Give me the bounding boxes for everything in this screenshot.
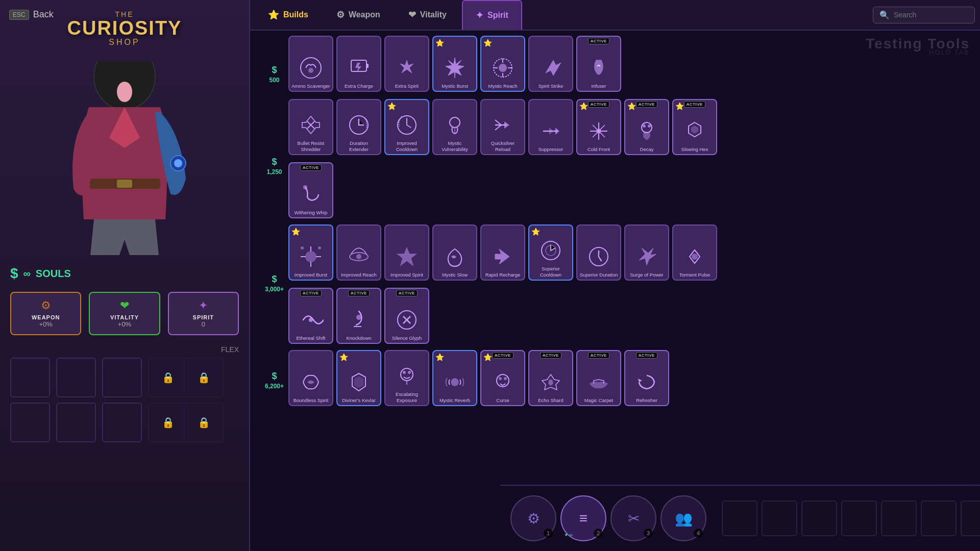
tab-vitality[interactable]: ❤ Vitality <box>396 0 459 30</box>
extra-charge-label: Extra Charge <box>345 83 373 89</box>
tier-6200-row: Boundless Spirit ⭐ Diviner's Kevlar Esca… <box>288 350 970 406</box>
item-torment-pulse[interactable]: Torment Pulse <box>672 224 717 281</box>
item-diviners-kevlar[interactable]: ⭐ Diviner's Kevlar <box>336 350 381 406</box>
item-infuser[interactable]: ACTIVE Infuser <box>576 36 621 92</box>
item-slot-5[interactable] <box>56 403 96 442</box>
back-button[interactable]: ESC Back <box>9 9 54 20</box>
item-knockdown[interactable]: ACTIVE Knockdown <box>336 288 381 344</box>
item-improved-burst[interactable]: ⭐ Improved Burst <box>288 224 333 281</box>
item-boundless-spirit[interactable]: Boundless Spirit <box>288 350 333 406</box>
superior-duration-label: Superior Duration <box>580 272 618 278</box>
item-rapid-recharge[interactable]: Rapid Recharge <box>480 224 525 281</box>
right-slot-2[interactable] <box>762 500 797 536</box>
main-panel: ⭐ Builds ⚙ Weapon ❤ Vitality ✦ Spirit 🔍 … <box>250 0 980 551</box>
item-improved-reach[interactable]: Improved Reach <box>336 224 381 281</box>
ethereal-shift-active-badge: ACTIVE <box>300 290 322 296</box>
item-superior-duration[interactable]: Superior Duration <box>576 224 621 281</box>
build-slot-3-icon: ✂ <box>628 510 640 527</box>
builds-tab-icon: ⭐ <box>268 9 279 20</box>
improved-cooldown-star: ⭐ <box>387 102 396 110</box>
build-slot-2[interactable]: ≡ 2 ✦ ∞ <box>560 495 606 541</box>
tier-6200-label: $ 6,200+ <box>260 344 288 416</box>
item-slot-2[interactable] <box>56 358 96 397</box>
build-slot-1[interactable]: ⚙ 1 <box>510 495 556 541</box>
item-suppressor[interactable]: Suppressor <box>528 99 573 155</box>
svg-point-9 <box>308 68 313 73</box>
spirit-stat-box[interactable]: ✦ SPIRIT 0 <box>168 292 239 335</box>
svg-point-12 <box>499 64 507 72</box>
cold-front-icon-area <box>584 117 613 145</box>
escalating-exposure-icon-area <box>393 362 421 390</box>
right-slot-5[interactable] <box>881 500 917 536</box>
search-input[interactable] <box>894 11 980 19</box>
suppressor-label: Suppressor <box>538 146 564 152</box>
item-duration-extender[interactable]: Duration Extender <box>336 99 381 155</box>
build-slot-1-icon: ⚙ <box>527 510 540 527</box>
item-decay[interactable]: ⭐ ACTIVE Decay <box>624 99 669 155</box>
item-slot-1[interactable] <box>10 358 50 397</box>
item-superior-cooldown[interactable]: ⭐ Superior Cooldown <box>528 224 573 281</box>
tier-500-label: $ 500 <box>260 38 288 110</box>
item-improved-spirit[interactable]: Improved Spirit <box>384 224 429 281</box>
item-slot-3[interactable] <box>102 358 142 397</box>
item-slot-6[interactable] <box>102 403 142 442</box>
item-magic-carpet[interactable]: ACTIVE Magic Carpet <box>576 350 621 406</box>
item-extra-spirit[interactable]: Extra Spirit <box>384 36 429 92</box>
torment-pulse-icon-area <box>680 242 709 271</box>
search-box[interactable]: 🔍 ✕ <box>873 7 975 23</box>
build-slot-3[interactable]: ✂ 3 <box>610 495 656 541</box>
right-slot-3[interactable] <box>801 500 837 536</box>
right-slot-6[interactable] <box>921 500 957 536</box>
knockdown-label: Knockdown <box>346 335 371 341</box>
item-curse[interactable]: ⭐ ACTIVE Curse <box>480 350 525 406</box>
build-slot-4[interactable]: 👥 4 <box>660 495 706 541</box>
weapon-tab-label: Weapon <box>349 10 380 19</box>
item-mystic-reach[interactable]: ⭐ Mystic Reach <box>480 36 525 92</box>
refresher-active-badge: ACTIVE <box>636 352 657 359</box>
back-label: Back <box>33 9 54 20</box>
svg-point-16 <box>450 117 460 128</box>
vitality-tab-icon: ❤ <box>408 9 416 20</box>
shop-shop-text: SHOP <box>67 38 182 47</box>
item-silence-glyph[interactable]: ACTIVE Silence Glyph <box>384 288 429 344</box>
item-extra-charge[interactable]: Extra Charge <box>336 36 381 92</box>
item-mystic-burst[interactable]: ⭐ Mystic Burst <box>432 36 477 92</box>
tab-spirit[interactable]: ✦ Spirit <box>462 0 522 30</box>
right-slot-4[interactable] <box>841 500 877 536</box>
svg-point-41 <box>504 377 507 380</box>
tab-weapon[interactable]: ⚙ Weapon <box>324 0 393 30</box>
slowing-hex-label: Slowing Hex <box>681 146 708 152</box>
item-mystic-slow[interactable]: Mystic Slow <box>432 224 477 281</box>
vitality-stat-box[interactable]: ❤ VITALITY +0% <box>89 292 160 335</box>
tab-builds[interactable]: ⭐ Builds <box>255 0 321 30</box>
item-withering-whip[interactable]: ACTIVE Withering Whip <box>288 162 333 218</box>
duration-extender-icon-area <box>345 111 373 139</box>
slowing-hex-active-badge: ACTIVE <box>684 101 705 108</box>
item-slot-4[interactable] <box>10 403 50 442</box>
item-surge-of-power[interactable]: Surge of Power <box>624 224 669 281</box>
tier-3000-row2: ACTIVE Ethereal Shift ACTIVE Knockdown <box>288 288 970 344</box>
item-mystic-vulnerability[interactable]: Mystic Vulnerability <box>432 99 477 155</box>
item-refresher[interactable]: ACTIVE Refresher <box>624 350 669 406</box>
item-escalating-exposure[interactable]: Escalating Exposure <box>384 350 429 406</box>
spirit-strike-label: Spirit Strike <box>538 83 564 89</box>
svg-rect-10 <box>351 60 366 71</box>
weapon-stat-box[interactable]: ⚙ WEAPON +0% <box>10 292 81 335</box>
item-cold-front[interactable]: ⭐ ACTIVE Cold Front <box>576 99 621 155</box>
right-slot-1[interactable] <box>722 500 757 536</box>
svg-point-38 <box>451 379 458 386</box>
item-bullet-resist-shredder[interactable]: Bullet Resist Shredder <box>288 99 333 155</box>
item-mystic-reverb[interactable]: ⭐ Mystic Reverb <box>432 350 477 406</box>
build-slot-3-num: 3 <box>644 529 653 538</box>
right-slot-7[interactable] <box>961 500 980 536</box>
item-quicksilver-reload[interactable]: Quicksilver Reload <box>480 99 525 155</box>
item-spirit-strike[interactable]: Spirit Strike <box>528 36 573 92</box>
weapon-label: WEAPON <box>15 314 76 320</box>
item-slowing-hex[interactable]: ⭐ ACTIVE Slowing Hex <box>672 99 717 155</box>
item-ammo-scavenger[interactable]: Ammo Scavenger <box>288 36 333 92</box>
item-echo-shard[interactable]: ACTIVE Echo Shard <box>528 350 573 406</box>
item-ethereal-shift[interactable]: ACTIVE Ethereal Shift <box>288 288 333 344</box>
shop-logo: THE CURIOSITY SHOP <box>67 10 182 47</box>
mystic-reach-star: ⭐ <box>483 39 492 47</box>
item-improved-cooldown[interactable]: ⭐ Improved Cooldown <box>384 99 429 155</box>
